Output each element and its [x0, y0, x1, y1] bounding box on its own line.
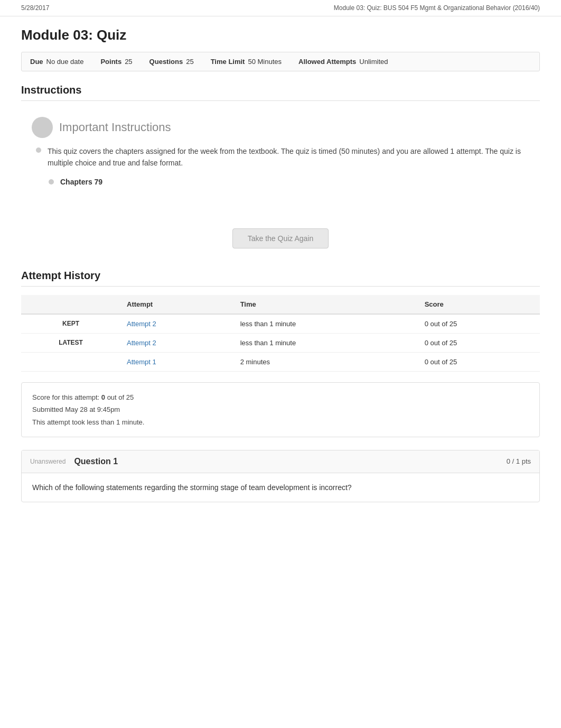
- instructions-body: This quiz covers the chapters assigned f…: [36, 145, 529, 169]
- page-title: Module 03: Quiz: [21, 27, 540, 43]
- meta-points: Points 25: [100, 58, 132, 66]
- row-label-latest: LATEST: [21, 333, 120, 352]
- col-header-label: [21, 295, 120, 314]
- meta-due: Due No due date: [30, 58, 83, 66]
- attempt2-latest-link[interactable]: Attempt 2: [127, 339, 156, 347]
- top-bar-breadcrumb: Module 03: Quiz: BUS 504 F5 Mgmt & Organ…: [334, 4, 540, 12]
- question-1-header: Unanswered Question 1 0 / 1 pts: [22, 450, 539, 473]
- duration-line: This attempt took less than 1 minute.: [32, 416, 529, 428]
- due-label: Due: [30, 58, 43, 66]
- chapters-block: Chapters 79: [49, 178, 529, 186]
- table-header-row: Attempt Time Score: [21, 295, 540, 314]
- question-1-body: Which of the following statements regard…: [22, 473, 539, 502]
- attempt-history-table: Attempt Time Score KEPT Attempt 2 less t…: [21, 295, 540, 372]
- attempt-link-latest[interactable]: Attempt 2: [120, 333, 234, 352]
- score-value: 0: [101, 393, 105, 401]
- meta-questions: Questions 25: [149, 58, 194, 66]
- meta-allowed-attempts: Allowed Attempts Unlimited: [298, 58, 388, 66]
- score-latest: 0 out of 25: [418, 333, 540, 352]
- chapters-bullet-icon: [49, 179, 54, 185]
- top-bar-date: 5/28/2017: [21, 4, 49, 12]
- chapters-text: Chapters 79: [60, 178, 102, 186]
- col-header-time: Time: [234, 295, 418, 314]
- meta-bar: Due No due date Points 25 Questions 25 T…: [21, 52, 540, 71]
- allowed-attempts-label: Allowed Attempts: [298, 58, 356, 66]
- page-content: Module 03: Quiz Due No due date Points 2…: [0, 16, 561, 629]
- attempt-link-kept[interactable]: Attempt 2: [120, 314, 234, 334]
- allowed-attempts-value: Unlimited: [359, 58, 388, 66]
- time-limit-value: 50 Minutes: [248, 58, 282, 66]
- score-text: Score for this attempt:: [32, 393, 101, 401]
- col-header-attempt: Attempt: [120, 295, 234, 314]
- col-header-score: Score: [418, 295, 540, 314]
- row-label-kept: KEPT: [21, 314, 120, 334]
- instructions-text: This quiz covers the chapters assigned f…: [48, 145, 529, 169]
- table-row: LATEST Attempt 2 less than 1 minute 0 ou…: [21, 333, 540, 352]
- points-label: Points: [100, 58, 121, 66]
- time-kept: less than 1 minute: [234, 314, 418, 334]
- instructions-block: Important Instructions This quiz covers …: [21, 112, 540, 197]
- questions-label: Questions: [149, 58, 183, 66]
- question-1-status: Unanswered: [30, 458, 66, 465]
- question-1-left: Unanswered Question 1: [30, 457, 118, 466]
- instructions-icon: [32, 117, 53, 138]
- question-1-block: Unanswered Question 1 0 / 1 pts Which of…: [21, 450, 540, 502]
- take-quiz-section: Take the Quiz Again: [21, 228, 540, 248]
- attempt2-kept-link[interactable]: Attempt 2: [127, 320, 156, 328]
- meta-time-limit: Time Limit 50 Minutes: [211, 58, 282, 66]
- instructions-section-title: Instructions: [21, 84, 540, 101]
- take-quiz-button[interactable]: Take the Quiz Again: [232, 228, 329, 248]
- top-bar: 5/28/2017 Module 03: Quiz: BUS 504 F5 Mg…: [0, 0, 561, 16]
- score-out-of: out of 25: [105, 393, 134, 401]
- table-row: KEPT Attempt 2 less than 1 minute 0 out …: [21, 314, 540, 334]
- instructions-header: Important Instructions: [32, 117, 529, 138]
- time-latest: less than 1 minute: [234, 333, 418, 352]
- points-value: 25: [125, 58, 132, 66]
- attempt-link-1[interactable]: Attempt 1: [120, 352, 234, 371]
- score-kept: 0 out of 25: [418, 314, 540, 334]
- score-summary: Score for this attempt: 0 out of 25 Subm…: [21, 382, 540, 437]
- body-bullet-icon: [36, 148, 41, 153]
- time-limit-label: Time Limit: [211, 58, 245, 66]
- question-1-text: Which of the following statements regard…: [32, 482, 529, 493]
- page-bottom-spacer: [21, 513, 540, 619]
- attempt-history-title: Attempt History: [21, 270, 540, 287]
- time-1: 2 minutes: [234, 352, 418, 371]
- submitted-line: Submitted May 28 at 9:45pm: [32, 403, 529, 416]
- question-1-pts: 0 / 1 pts: [507, 457, 531, 465]
- attempt1-link[interactable]: Attempt 1: [127, 358, 156, 366]
- questions-value: 25: [186, 58, 193, 66]
- score-1: 0 out of 25: [418, 352, 540, 371]
- row-label-1: [21, 352, 120, 371]
- due-value: No due date: [46, 58, 84, 66]
- score-line: Score for this attempt: 0 out of 25: [32, 391, 529, 403]
- table-row: Attempt 1 2 minutes 0 out of 25: [21, 352, 540, 371]
- instructions-block-title: Important Instructions: [59, 121, 171, 134]
- question-1-title: Question 1: [74, 457, 118, 466]
